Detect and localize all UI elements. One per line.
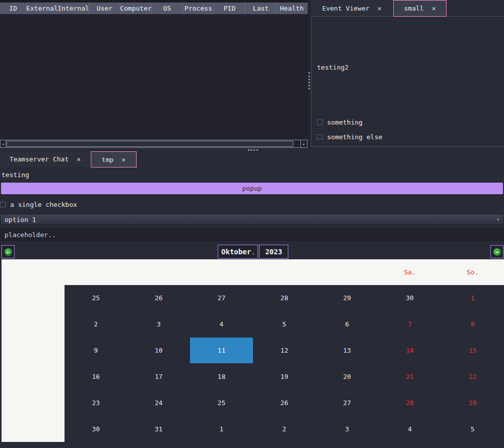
calendar-day-cell[interactable]: 3 — [316, 416, 379, 442]
close-icon[interactable]: ✕ — [377, 5, 382, 12]
column-header-user[interactable]: User — [89, 3, 120, 14]
checkbox-something[interactable]: something — [317, 119, 362, 126]
column-header-health[interactable]: Health — [277, 3, 307, 14]
column-header-os[interactable]: OS — [152, 3, 183, 14]
calendar-day-cell[interactable]: 18 — [190, 363, 253, 389]
calendar-prev-month-button[interactable]: ← — [2, 245, 15, 258]
sessions-table-body[interactable] — [0, 14, 307, 140]
calendar-day-selected[interactable]: 11 — [190, 338, 253, 364]
checkbox-box[interactable] — [317, 134, 323, 140]
calendar-day-cell[interactable]: 28 — [379, 389, 442, 416]
calendar-day-cell[interactable]: 27 — [190, 285, 253, 311]
single-checkbox[interactable]: a single checkbox — [0, 201, 77, 208]
column-header-process[interactable]: Process — [183, 3, 214, 14]
weekday-header-fr: Fr. — [316, 259, 379, 285]
calendar-day-cell[interactable]: 26 — [253, 389, 316, 416]
calendar-day-cell[interactable]: 29 — [316, 285, 379, 311]
scrollbar-thumb[interactable] — [7, 141, 293, 147]
calendar-day-cell[interactable]: 21 — [379, 363, 442, 389]
calendar-day-cell[interactable]: 15 — [441, 338, 504, 364]
calendar-day-cell[interactable]: 23 — [65, 389, 128, 416]
calendar-day-cell[interactable]: 12 — [253, 338, 316, 364]
calendar-weekday-row: Mo.Di.Mi.Do.Fr.Sa.So. — [2, 259, 504, 285]
calendar-day-cell[interactable]: 28 — [253, 285, 316, 311]
column-header-pid[interactable]: PID — [214, 3, 245, 14]
calendar-date-grid: 2526272829301234567891011121314151617181… — [65, 285, 504, 442]
calendar-day-cell[interactable]: 1 — [190, 416, 253, 442]
calendar-day-cell[interactable]: 17 — [128, 363, 191, 389]
checkbox-label: something else — [327, 133, 383, 141]
table-horizontal-scrollbar[interactable]: ◂ ▸ — [0, 140, 307, 148]
scroll-left-button[interactable]: ◂ — [1, 140, 6, 147]
tab-small[interactable]: small ✕ — [393, 0, 447, 17]
calendar-day-cell[interactable]: 25 — [190, 389, 253, 416]
scroll-right-button[interactable]: ▸ — [300, 140, 307, 147]
close-icon[interactable]: ✕ — [432, 5, 436, 12]
calendar-day-cell[interactable]: 16 — [65, 363, 128, 389]
close-icon[interactable]: ✕ — [121, 156, 125, 163]
calendar-day-cell[interactable]: 6 — [316, 311, 379, 338]
tab-tmp[interactable]: tmp ✕ — [91, 151, 137, 167]
checkbox-box[interactable] — [0, 202, 6, 207]
calendar-day-cell[interactable]: 4 — [190, 311, 253, 338]
calendar-day-cell[interactable]: 2 — [253, 416, 316, 442]
calendar-day-cell[interactable]: 9 — [65, 338, 128, 364]
input-value: placeholder.. — [5, 231, 56, 239]
calendar-day-cell[interactable]: 3 — [128, 311, 191, 338]
calendar-day-cell[interactable]: 30 — [65, 416, 128, 442]
splitter-handle-icon — [248, 149, 258, 151]
close-icon[interactable]: ✕ — [77, 155, 81, 163]
arrow-left-icon: ← — [5, 248, 12, 256]
vertical-splitter[interactable] — [307, 0, 311, 148]
calendar-next-month-button[interactable]: → — [490, 245, 503, 258]
calendar-day-cell[interactable]: 22 — [441, 363, 504, 389]
horizontal-splitter[interactable] — [0, 148, 504, 151]
placeholder-text-input[interactable]: placeholder.. — [0, 228, 504, 241]
calendar-month-button[interactable]: Oktober ▾ — [218, 245, 258, 259]
dropdown-selected-value: option 1 — [5, 216, 36, 223]
calendar-day-cell[interactable]: 10 — [128, 338, 191, 364]
calendar-day-cell[interactable]: 26 — [128, 285, 191, 311]
calendar-day-cell[interactable]: 25 — [65, 285, 128, 311]
calendar-day-cell[interactable]: 4 — [379, 416, 442, 442]
event-panel: Event Viewer ✕ small ✕ testing2 somethin… — [311, 0, 504, 148]
tab-label: tmp — [102, 156, 113, 163]
sessions-table-header: IDExternalInternalUserComputerOSProcessP… — [0, 3, 307, 14]
column-header-id[interactable]: ID — [0, 3, 27, 14]
tab-teamserver-chat[interactable]: Teamserver Chat ✕ — [0, 151, 91, 167]
option-dropdown[interactable]: option 1 ▾ — [0, 214, 504, 225]
column-header-computer[interactable]: Computer — [120, 3, 152, 14]
scrollbar-track[interactable] — [6, 140, 300, 147]
small-panel-content: testing2 something something else — [311, 17, 504, 147]
calendar-day-cell[interactable]: 19 — [253, 363, 316, 389]
checkbox-label: something — [327, 119, 362, 126]
calendar-year-button[interactable]: 2023 — [259, 245, 288, 259]
month-label: Oktober — [221, 248, 251, 256]
calendar-day-cell[interactable]: 1 — [441, 285, 504, 311]
column-header-internal[interactable]: Internal — [58, 3, 89, 14]
event-panel-tabbar: Event Viewer ✕ small ✕ — [311, 0, 504, 17]
calendar-day-cell[interactable]: 8 — [441, 311, 504, 338]
checkbox-something-else[interactable]: something else — [317, 133, 383, 141]
form-message-label: testing — [2, 171, 29, 179]
popup-button[interactable]: popup — [1, 183, 503, 194]
calendar-day-cell[interactable]: 5 — [441, 416, 504, 442]
calendar-day-cell[interactable]: 30 — [379, 285, 442, 311]
calendar-day-cell[interactable]: 7 — [379, 311, 442, 338]
chevron-down-icon: ▾ — [252, 252, 255, 258]
calendar-day-cell[interactable]: 13 — [316, 338, 379, 364]
calendar-day-cell[interactable]: 2 — [65, 311, 128, 338]
calendar-day-cell[interactable]: 31 — [128, 416, 191, 442]
tab-event-viewer[interactable]: Event Viewer ✕ — [311, 0, 393, 16]
calendar-day-cell[interactable]: 29 — [441, 389, 504, 416]
calendar-day-cell[interactable]: 14 — [379, 338, 442, 364]
checkbox-box[interactable] — [317, 120, 323, 125]
weekday-header-mo: Mo. — [65, 259, 128, 285]
calendar-day-cell[interactable]: 20 — [316, 363, 379, 389]
calendar-day-cell[interactable]: 5 — [253, 311, 316, 338]
calendar-day-cell[interactable]: 24 — [128, 389, 191, 416]
calendar-nav-bar: ← Oktober ▾ 2023 → — [0, 244, 504, 259]
column-header-external[interactable]: External — [27, 3, 58, 14]
calendar-day-cell[interactable]: 27 — [316, 389, 379, 416]
column-header-last[interactable]: Last — [245, 3, 277, 14]
